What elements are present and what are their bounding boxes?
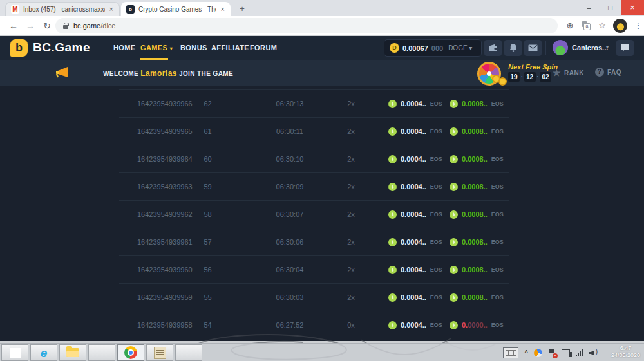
menu-dots-icon[interactable]: ⋮ (631, 19, 644, 33)
user-avatar[interactable] (553, 40, 568, 55)
table-row[interactable]: 164239549399656106:30:112x0.0004..EOS0.0… (119, 117, 509, 145)
taskbar-clock[interactable]: 6:47 24/05/2020 (611, 345, 640, 359)
start-button[interactable] (1, 344, 28, 361)
eos-coin-icon (450, 210, 458, 219)
back-icon[interactable]: ← (6, 19, 21, 33)
lock-icon[interactable] (63, 25, 68, 29)
balance-amount-faded: 000 (431, 44, 443, 52)
roll-result: 54 (193, 311, 222, 339)
keyboard-icon[interactable] (503, 347, 518, 358)
rank-link[interactable]: ★ RANK (553, 68, 584, 78)
minimize-button[interactable]: – (578, 0, 600, 15)
taskbar-journal[interactable] (146, 344, 173, 361)
nav-bonus[interactable]: BONUS (180, 44, 207, 51)
new-tab-button[interactable]: + (236, 3, 249, 15)
internet-explorer-icon: e (41, 347, 48, 359)
devices-icon[interactable] (562, 349, 570, 356)
wallet-button[interactable] (484, 40, 502, 56)
bet-multiplier: 2x (338, 145, 364, 173)
notifications-button[interactable] (504, 40, 522, 56)
taskbar-slot[interactable] (88, 344, 115, 361)
chevron-down-icon[interactable]: ▾ (606, 44, 609, 50)
faq-link[interactable]: ? FAQ (595, 68, 621, 77)
volume-icon[interactable] (589, 349, 598, 356)
payout-amount: 0.0008..EOS (450, 90, 504, 118)
close-tab-icon[interactable]: × (109, 6, 114, 13)
nav-forum[interactable]: FORUM (250, 44, 277, 51)
roll-result: 60 (193, 145, 222, 173)
clock-date: 24/05/2020 (611, 352, 640, 359)
bet-amount: 0.0004..EOS (388, 284, 442, 311)
bet-multiplier: 2x (338, 201, 364, 228)
window-controls: – □ × (578, 0, 644, 15)
welcome-message: WELCOME Lamorias JOIN THE GAME (103, 69, 233, 78)
eos-coin-icon (388, 321, 397, 329)
eos-coin-icon (450, 100, 458, 108)
close-window-button[interactable]: × (621, 0, 644, 15)
free-spin-label[interactable]: Next Free Spin (508, 63, 558, 71)
browser-tab-strip: M Inbox (457) - canicrossmaxx@gm × b Cry… (0, 0, 644, 16)
bet-multiplier: 2x (338, 256, 364, 284)
bet-time: 06:30:10 (264, 145, 316, 173)
bet-amount: 0.0004..EOS (388, 145, 442, 173)
table-row[interactable]: 164239549399605606:30:042x0.0004..EOS0.0… (119, 255, 509, 283)
action-center-flag-icon[interactable] (548, 348, 556, 357)
eos-coin-icon (450, 321, 458, 329)
chat-button[interactable] (616, 40, 634, 56)
table-row[interactable]: 164239549399646006:30:102x0.0004..EOS0.0… (119, 145, 509, 172)
roll-result: 57 (193, 228, 222, 256)
bet-history-table: 164239549399666206:30:132x0.0004..EOS0.0… (119, 89, 509, 338)
address-bar[interactable]: bc.game/dice (55, 18, 558, 33)
reload-icon[interactable]: ↻ (40, 19, 54, 33)
header-divider (545, 41, 546, 55)
bet-multiplier: 2x (338, 173, 364, 201)
table-row[interactable]: 164239549399585406:27:520x0.0004..EOS0.0… (119, 311, 509, 338)
username-label[interactable]: Canicros... (572, 44, 608, 51)
nav-home[interactable]: HOME (113, 44, 136, 51)
roll-result: 61 (193, 118, 222, 145)
tray-expand-icon[interactable]: ^ (524, 349, 528, 356)
eos-coin-icon (388, 100, 397, 108)
maximize-button[interactable]: □ (600, 0, 621, 15)
site-header: b BC.Game HOME GAMES ▾ BONUS AFFILIATE F… (0, 36, 644, 60)
table-row[interactable]: 164239549399615706:30:062x0.0004..EOS0.0… (119, 228, 509, 255)
brand-title[interactable]: BC.Game (33, 41, 90, 55)
taskbar-chrome[interactable] (117, 344, 144, 361)
taskbar-slot[interactable] (175, 344, 202, 361)
nav-games[interactable]: GAMES ▾ (140, 44, 173, 51)
eos-coin-icon (450, 183, 458, 191)
tab-gmail[interactable]: M Inbox (457) - canicrossmaxx@gm × (5, 2, 120, 16)
balance-selector[interactable]: D 0.00067000 DOGE ▾ (384, 39, 482, 57)
bet-id: 16423954939958 (137, 311, 193, 339)
tab-bcgame[interactable]: b Crypto Casino Games - The 8 Bes × (121, 2, 231, 16)
timer-minutes: 12 (524, 72, 536, 82)
messages-button[interactable] (524, 40, 542, 56)
taskbar-explorer[interactable] (59, 344, 86, 361)
table-row[interactable]: 164239549399595506:30:032x0.0004..EOS0.0… (119, 283, 509, 311)
bookmark-star-icon[interactable]: ☆ (595, 19, 609, 33)
bet-id: 16423954939964 (137, 145, 193, 173)
bet-multiplier: 2x (338, 90, 364, 118)
table-row[interactable]: 164239549399666206:30:132x0.0004..EOS0.0… (119, 89, 509, 117)
browser-profile-avatar[interactable] (613, 19, 627, 33)
bet-amount: 0.0004..EOS (388, 256, 442, 284)
roll-result: 55 (193, 284, 222, 311)
bet-time: 06:30:09 (264, 173, 316, 201)
payout-amount: 0.0008..EOS (450, 173, 504, 201)
eos-coin-icon (388, 155, 397, 163)
send-icon[interactable]: ⊕ (563, 19, 577, 33)
tray-app-icon[interactable] (534, 349, 542, 357)
bet-time: 06:30:11 (264, 118, 316, 145)
network-signal-icon[interactable] (576, 349, 583, 356)
bcgame-logo[interactable]: b (10, 39, 28, 57)
welcome-banner: WELCOME Lamorias JOIN THE GAME Next Free… (0, 60, 644, 86)
close-tab-icon[interactable]: × (220, 6, 225, 13)
payout-amount: 0.0000..EOS (450, 311, 504, 339)
table-row[interactable]: 164239549399635906:30:092x0.0004..EOS0.0… (119, 172, 509, 200)
nav-affiliate[interactable]: AFFILIATE (211, 44, 249, 51)
bet-id: 16423954939961 (137, 228, 193, 256)
table-row[interactable]: 164239549399625806:30:072x0.0004..EOS0.0… (119, 200, 509, 228)
page-url[interactable]: bc.game/dice (73, 22, 115, 30)
translate-icon[interactable] (582, 21, 591, 30)
taskbar-ie[interactable]: e (30, 344, 57, 361)
